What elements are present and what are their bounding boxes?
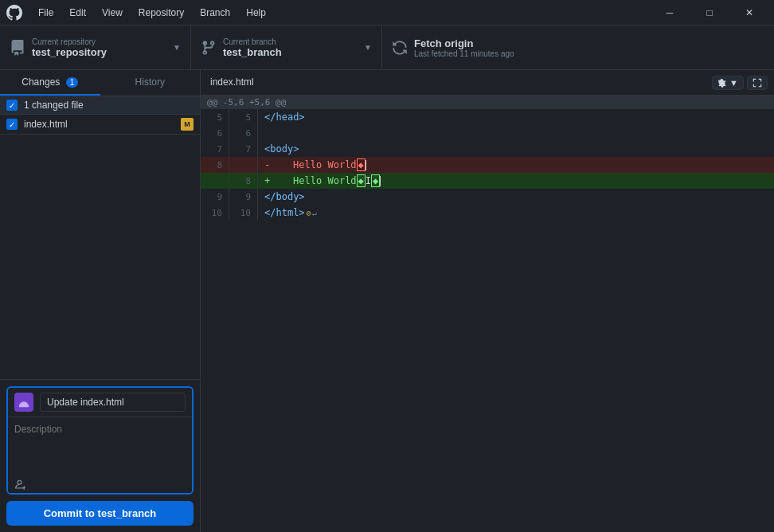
line-num-new: 9 (229, 189, 258, 205)
repo-selector[interactable]: Current repository test_repository ▼ (0, 25, 191, 69)
gear-icon (717, 78, 727, 88)
repo-icon (10, 40, 25, 56)
fetch-origin-button[interactable]: Fetch origin Last fetched 11 minutes ago (382, 25, 557, 69)
fetch-label: Fetch origin (414, 37, 548, 49)
check-icon: ✓ (9, 101, 15, 110)
diff-expand-button[interactable] (747, 76, 768, 90)
diff-line-added: 8 + Hello World◆I◆ (201, 173, 774, 189)
line-content: </head> (258, 109, 774, 125)
diff-actions: ▼ (712, 76, 768, 90)
menu-help[interactable]: Help (240, 6, 272, 20)
commit-form (6, 386, 194, 495)
diff-line-removed: 8 - Hello World◆ (201, 157, 774, 173)
toolbar: Current repository test_repository ▼ Cur… (0, 25, 774, 70)
fetch-icon (392, 40, 408, 56)
menu-view[interactable]: View (96, 6, 129, 20)
commit-description-input[interactable] (8, 417, 192, 473)
diff-line: 10 10 </html>⊘↵ (201, 205, 774, 221)
list-item[interactable]: ✓ index.html M (0, 115, 200, 135)
minimize-button[interactable]: ─ (651, 2, 688, 24)
diff-tabs: index.html ▼ (201, 70, 774, 96)
add-coauthor-button[interactable] (14, 479, 25, 490)
repo-label: Current repository (32, 37, 166, 46)
line-num-new: 6 (229, 125, 258, 141)
file-checkbox[interactable]: ✓ (6, 119, 18, 130)
line-num-old: 9 (201, 189, 229, 205)
branch-label: Current branch (223, 37, 358, 46)
select-all-checkbox[interactable]: ✓ (6, 100, 18, 111)
menu-file[interactable]: File (32, 6, 60, 20)
titlebar-left: File Edit View Repository Branch Help (6, 5, 272, 21)
line-num-new: 5 (229, 109, 258, 125)
fetch-text: Fetch origin Last fetched 11 minutes ago (414, 37, 548, 58)
line-content (258, 125, 774, 141)
line-num-old: 6 (201, 125, 229, 141)
diff-settings-button[interactable]: ▼ (712, 76, 744, 90)
diff-content: @@ -5,6 +5,6 @@ 5 5 </head> 6 6 7 7 <bod… (201, 96, 774, 532)
commit-area: Commit to test_branch (0, 379, 200, 532)
sidebar-tabs: Changes 1 History (0, 70, 200, 96)
branch-selector[interactable]: Current branch test_branch ▼ (191, 25, 382, 69)
diff-line: 9 9 </body> (201, 189, 774, 205)
sidebar: Changes 1 History ✓ 1 changed file ✓ ind… (0, 70, 201, 532)
changes-count-badge: 1 (66, 77, 79, 88)
line-content: </html>⊘↵ (258, 205, 774, 221)
fetch-sublabel: Last fetched 11 minutes ago (414, 49, 548, 58)
commit-footer (8, 475, 192, 493)
diff-area: index.html ▼ @@ -5,6 +5,6 @@ (201, 70, 774, 532)
commit-summary-input[interactable] (40, 393, 186, 412)
branch-icon (201, 40, 217, 56)
expand-icon (752, 78, 762, 88)
line-content: </body> (258, 189, 774, 205)
branch-name: test_branch (223, 46, 358, 58)
add-person-icon (14, 479, 25, 490)
line-num-old: 7 (201, 141, 229, 157)
tab-history[interactable]: History (100, 70, 201, 96)
file-name-label: index.html (24, 119, 181, 130)
file-count-label: 1 changed file (24, 100, 194, 111)
avatar (14, 393, 33, 412)
check-icon: ✓ (9, 120, 15, 129)
menu-repository[interactable]: Repository (132, 6, 190, 20)
github-logo-icon (6, 5, 22, 21)
repo-name: test_repository (32, 46, 166, 58)
file-list: ✓ 1 changed file ✓ index.html M (0, 96, 200, 379)
line-num-new: 10 (229, 205, 258, 221)
line-content: + Hello World◆I◆ (258, 173, 774, 189)
line-content: - Hello World◆ (258, 157, 774, 173)
line-num-old (201, 173, 229, 189)
titlebar: File Edit View Repository Branch Help ─ … (0, 0, 774, 25)
menu-branch[interactable]: Branch (194, 6, 236, 20)
avatar-icon (18, 397, 29, 408)
commit-summary-row (8, 388, 192, 417)
branch-text: Current branch test_branch (223, 37, 358, 58)
menu-edit[interactable]: Edit (63, 6, 92, 20)
repo-text: Current repository test_repository (32, 37, 166, 58)
diff-line: 5 5 </head> (201, 109, 774, 125)
maximize-button[interactable]: □ (691, 2, 728, 24)
line-num-old: 8 (201, 157, 229, 173)
titlebar-menu: File Edit View Repository Branch Help (32, 6, 272, 20)
line-num-new: 8 (229, 173, 258, 189)
file-header: ✓ 1 changed file (0, 96, 200, 115)
line-num-new (229, 157, 258, 173)
window-controls: ─ □ ✕ (651, 2, 768, 24)
line-num-old: 5 (201, 109, 229, 125)
branch-arrow-icon: ▼ (364, 43, 372, 52)
tab-changes[interactable]: Changes 1 (0, 70, 100, 96)
line-content: <body> (258, 141, 774, 157)
line-num-old: 10 (201, 205, 229, 221)
diff-line: 6 6 (201, 125, 774, 141)
close-button[interactable]: ✕ (731, 2, 768, 24)
line-num-new: 7 (229, 141, 258, 157)
repo-arrow-icon: ▼ (173, 43, 181, 52)
commit-button[interactable]: Commit to test_branch (6, 501, 194, 526)
diff-hunk-header: @@ -5,6 +5,6 @@ (201, 96, 774, 109)
diff-line: 7 7 <body> (201, 141, 774, 157)
diff-filename-tab: index.html (207, 70, 257, 95)
file-status-badge: M (181, 118, 194, 131)
main-layout: Changes 1 History ✓ 1 changed file ✓ ind… (0, 70, 774, 532)
